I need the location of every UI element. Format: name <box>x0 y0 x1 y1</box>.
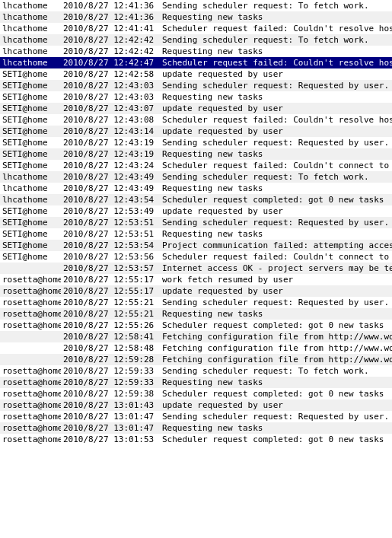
table-row[interactable]: lhcathome2010/8/27 12:43:49Requesting ne… <box>0 183 392 194</box>
message-cell: Sending scheduler request: To fetch work… <box>160 0 392 11</box>
time-cell: 2010/8/27 12:53:56 <box>61 251 160 263</box>
table-row[interactable]: SETI@home2010/8/27 12:43:07update reques… <box>0 103 392 114</box>
table-row[interactable]: lhcathome2010/8/27 12:43:49Sending sched… <box>0 171 392 183</box>
table-row[interactable]: SETI@home2010/8/27 12:42:58update reques… <box>0 68 392 80</box>
table-row[interactable]: rosetta@home2010/8/27 12:59:38Scheduler … <box>0 388 392 400</box>
table-row[interactable]: rosetta@home2010/8/27 13:01:43update req… <box>0 400 392 411</box>
time-cell: 2010/8/27 12:55:21 <box>61 308 160 320</box>
message-cell: Requesting new tasks <box>160 46 392 57</box>
source-cell: SETI@home <box>0 251 61 263</box>
source-cell: rosetta@home <box>0 297 61 308</box>
source-cell <box>0 263 61 274</box>
source-cell: lhcathome <box>0 46 61 57</box>
table-row[interactable]: rosetta@home2010/8/27 13:01:47Sending sc… <box>0 411 392 422</box>
message-cell: Requesting new tasks <box>160 308 392 320</box>
table-row[interactable]: 2010/8/27 12:59:28Fetching configuration… <box>0 354 392 365</box>
message-cell: Scheduler request failed: Couldn't conne… <box>160 251 392 263</box>
message-cell: Sending scheduler request: Requested by … <box>160 297 392 308</box>
table-row[interactable]: SETI@home2010/8/27 12:53:54Project commu… <box>0 240 392 251</box>
time-cell: 2010/8/27 12:41:36 <box>61 11 160 23</box>
time-cell: 2010/8/27 12:43:54 <box>61 194 160 205</box>
time-cell: 2010/8/27 12:55:21 <box>61 297 160 308</box>
time-cell: 2010/8/27 12:55:17 <box>61 285 160 297</box>
table-row[interactable]: SETI@home2010/8/27 12:53:49update reques… <box>0 205 392 217</box>
table-row[interactable]: lhcathome2010/8/27 12:41:36Requesting ne… <box>0 11 392 23</box>
source-cell: rosetta@home <box>0 365 61 377</box>
message-cell: Sending scheduler request: Requested by … <box>160 217 392 228</box>
table-row[interactable]: lhcathome2010/8/27 12:42:42Requesting ne… <box>0 46 392 57</box>
source-cell: rosetta@home <box>0 400 61 411</box>
message-cell: Requesting new tasks <box>160 422 392 434</box>
table-row[interactable]: rosetta@home2010/8/27 13:01:53Scheduler … <box>0 434 392 445</box>
table-row[interactable]: SETI@home2010/8/27 12:43:08Scheduler req… <box>0 114 392 126</box>
message-cell: Requesting new tasks <box>160 91 392 103</box>
table-row[interactable]: SETI@home2010/8/27 12:53:51Requesting ne… <box>0 228 392 240</box>
source-cell: rosetta@home <box>0 422 61 434</box>
time-cell: 2010/8/27 12:53:54 <box>61 240 160 251</box>
table-row[interactable]: rosetta@home2010/8/27 12:55:21Requesting… <box>0 308 392 320</box>
time-cell: 2010/8/27 12:43:19 <box>61 137 160 148</box>
table-row[interactable]: rosetta@home2010/8/27 12:55:17update req… <box>0 285 392 297</box>
time-cell: 2010/8/27 12:53:49 <box>61 205 160 217</box>
message-cell: Project communication failed: attempting… <box>160 240 392 251</box>
source-cell: rosetta@home <box>0 388 61 400</box>
table-row[interactable]: rosetta@home2010/8/27 12:55:26Scheduler … <box>0 320 392 331</box>
table-row[interactable]: 2010/8/27 12:58:48Fetching configuration… <box>0 342 392 354</box>
table-row[interactable]: lhcathome2010/8/27 12:42:47Scheduler req… <box>0 57 392 68</box>
source-cell: rosetta@home <box>0 320 61 331</box>
source-cell: rosetta@home <box>0 411 61 422</box>
source-cell: lhcathome <box>0 0 61 11</box>
table-row[interactable]: lhcathome2010/8/27 12:43:54Scheduler req… <box>0 194 392 205</box>
time-cell: 2010/8/27 12:43:19 <box>61 148 160 160</box>
table-row[interactable]: SETI@home2010/8/27 12:43:19Requesting ne… <box>0 148 392 160</box>
table-row[interactable]: lhcathome2010/8/27 12:41:36Sending sched… <box>0 0 392 11</box>
message-cell: work fetch resumed by user <box>160 274 392 285</box>
time-cell: 2010/8/27 12:53:51 <box>61 217 160 228</box>
table-row[interactable]: lhcathome2010/8/27 12:41:41Scheduler req… <box>0 23 392 34</box>
time-cell: 2010/8/27 12:41:41 <box>61 23 160 34</box>
time-cell: 2010/8/27 12:55:17 <box>61 274 160 285</box>
message-cell: Scheduler request completed: got 0 new t… <box>160 388 392 400</box>
message-cell: update requested by user <box>160 400 392 411</box>
table-row[interactable]: 2010/8/27 12:53:57Internet access OK - p… <box>0 263 392 274</box>
source-cell: SETI@home <box>0 126 61 137</box>
message-cell: update requested by user <box>160 205 392 217</box>
time-cell: 2010/8/27 12:42:58 <box>61 68 160 80</box>
table-row[interactable]: SETI@home2010/8/27 12:43:24Scheduler req… <box>0 160 392 171</box>
source-cell: SETI@home <box>0 205 61 217</box>
table-row[interactable]: rosetta@home2010/8/27 12:59:33Sending sc… <box>0 365 392 377</box>
table-row[interactable]: SETI@home2010/8/27 12:53:56Scheduler req… <box>0 251 392 263</box>
table-row[interactable]: SETI@home2010/8/27 12:43:14update reques… <box>0 126 392 137</box>
source-cell: SETI@home <box>0 240 61 251</box>
table-row[interactable]: lhcathome2010/8/27 12:42:42Sending sched… <box>0 34 392 46</box>
message-cell: Scheduler request failed: Couldn't conne… <box>160 160 392 171</box>
time-cell: 2010/8/27 12:59:28 <box>61 354 160 365</box>
source-cell: SETI@home <box>0 91 61 103</box>
source-cell: SETI@home <box>0 217 61 228</box>
message-cell: Sending scheduler request: Requested by … <box>160 80 392 91</box>
table-row[interactable]: SETI@home2010/8/27 12:43:03Sending sched… <box>0 80 392 91</box>
message-cell: update requested by user <box>160 68 392 80</box>
table-row[interactable]: rosetta@home2010/8/27 12:55:21Sending sc… <box>0 297 392 308</box>
source-cell: lhcathome <box>0 183 61 194</box>
message-cell: Sending scheduler request: To fetch work… <box>160 34 392 46</box>
source-cell: SETI@home <box>0 114 61 126</box>
table-row[interactable]: SETI@home2010/8/27 12:53:51Sending sched… <box>0 217 392 228</box>
time-cell: 2010/8/27 12:41:36 <box>61 0 160 11</box>
source-cell: rosetta@home <box>0 274 61 285</box>
table-row[interactable]: SETI@home2010/8/27 12:43:03Requesting ne… <box>0 91 392 103</box>
table-row[interactable]: rosetta@home2010/8/27 12:59:33Requesting… <box>0 377 392 388</box>
time-cell: 2010/8/27 12:43:03 <box>61 91 160 103</box>
time-cell: 2010/8/27 12:59:38 <box>61 388 160 400</box>
message-cell: Scheduler request completed: got 0 new t… <box>160 434 392 445</box>
time-cell: 2010/8/27 13:01:53 <box>61 434 160 445</box>
table-row[interactable]: 2010/8/27 12:58:41Fetching configuration… <box>0 331 392 342</box>
table-row[interactable]: SETI@home2010/8/27 12:43:19Sending sched… <box>0 137 392 148</box>
table-row[interactable]: rosetta@home2010/8/27 12:55:17work fetch… <box>0 274 392 285</box>
table-row[interactable]: rosetta@home2010/8/27 13:01:47Requesting… <box>0 422 392 434</box>
time-cell: 2010/8/27 13:01:43 <box>61 400 160 411</box>
source-cell: rosetta@home <box>0 285 61 297</box>
time-cell: 2010/8/27 12:53:51 <box>61 228 160 240</box>
source-cell: lhcathome <box>0 23 61 34</box>
time-cell: 2010/8/27 12:43:49 <box>61 183 160 194</box>
